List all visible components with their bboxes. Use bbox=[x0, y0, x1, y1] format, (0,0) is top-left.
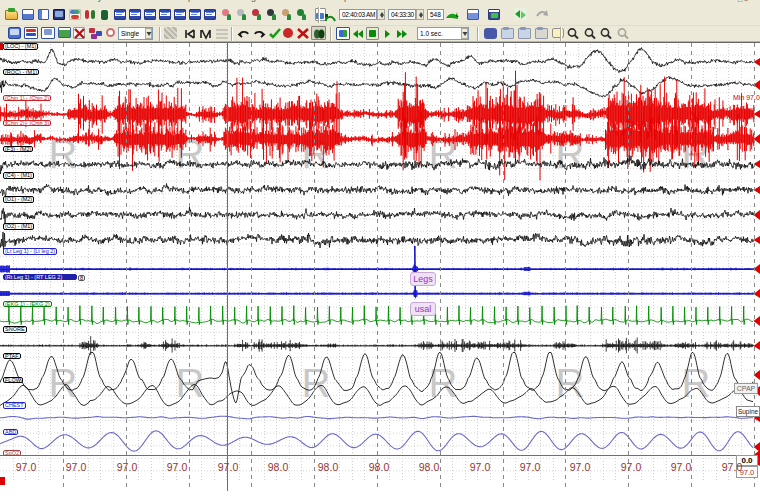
svg-text:Min 97.0: Min 97.0 bbox=[733, 94, 760, 101]
svg-text:R: R bbox=[682, 361, 711, 405]
